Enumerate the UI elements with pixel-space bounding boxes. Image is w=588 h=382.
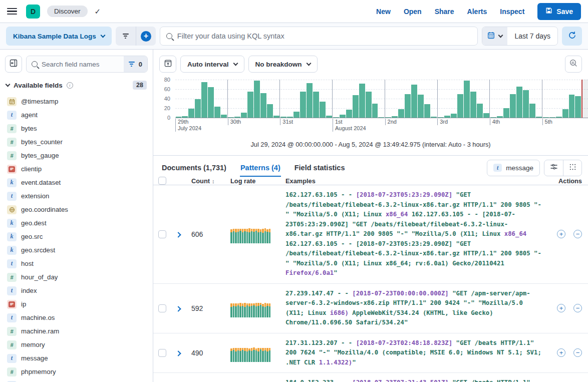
field-list-item[interactable]: t extension — [5, 189, 148, 203]
field-list-item[interactable]: IP ip — [5, 297, 148, 311]
expand-row-icon[interactable] — [175, 306, 181, 311]
keyword-token-icon: k — [7, 219, 17, 228]
pattern-row: 592 27.239.147.47 - - [2018-07-23T00:00:… — [153, 284, 588, 333]
field-name: bytes — [21, 125, 37, 132]
nav-new[interactable]: New — [376, 8, 391, 16]
fields-sidebar: 0 Available fields i 28 @timestamp t age… — [0, 50, 153, 382]
column-count[interactable]: Count↕ — [191, 177, 230, 185]
histogram-day-group — [542, 80, 581, 118]
refresh-button[interactable] — [562, 27, 582, 46]
quick-select-date-button[interactable] — [482, 27, 507, 45]
filter-out-icon[interactable]: − — [573, 230, 582, 238]
select-all-checkbox[interactable] — [158, 177, 166, 185]
field-list-item[interactable]: # memory — [5, 338, 148, 351]
histogram-chart[interactable]: 806040200 29thJuly 202430th31st1stAugust… — [153, 77, 588, 135]
dotted-expand-icon — [569, 163, 576, 173]
field-name: machine.os — [21, 314, 55, 321]
time-range-caption: Jul 29, 2024 @ 00:00:00.000 - Aug 5, 202… — [153, 135, 588, 155]
field-list-item[interactable]: k geo.src — [5, 230, 148, 243]
field-list-item[interactable]: t host — [5, 257, 148, 270]
field-list-item[interactable]: k geo.dest — [5, 216, 148, 230]
field-list-item[interactable]: # bytes_gauge — [5, 149, 148, 162]
x-axis-tick-label: 29thJuly 2024 — [175, 119, 201, 132]
collapse-sidebar-button[interactable] — [5, 56, 22, 73]
kql-search-input[interactable] — [177, 32, 472, 40]
tab-documents[interactable]: Documents (1,731) — [161, 159, 227, 177]
check-icon[interactable]: ✓ — [95, 7, 101, 16]
nav-alerts[interactable]: Alerts — [467, 8, 487, 16]
field-list-item[interactable]: k geo.srcdest — [5, 243, 148, 257]
y-axis-labels: 806040200 — [153, 77, 173, 117]
data-view-selector[interactable]: Kibana Sample Data Logs — [6, 27, 112, 46]
field-filter-button[interactable]: 0 — [124, 56, 147, 72]
filter-for-icon[interactable]: + — [557, 304, 565, 312]
field-list-item[interactable]: t index — [5, 284, 148, 297]
move-chart-button[interactable] — [159, 56, 176, 73]
available-fields-title: Available fields — [14, 82, 63, 89]
content-area: 0 Available fields i 28 @timestamp t age… — [0, 50, 588, 382]
filter-button-group: + — [116, 27, 156, 46]
chevron-down-icon — [6, 82, 11, 87]
search-icon — [32, 61, 38, 67]
time-range-button[interactable]: Last 7 days — [507, 27, 557, 45]
field-list-item[interactable]: # machine.ram — [5, 324, 148, 338]
filter-for-icon[interactable]: + — [557, 230, 565, 238]
breadcrumb[interactable]: Discover — [47, 6, 88, 17]
interval-dropdown[interactable]: Auto interval — [180, 56, 244, 73]
available-fields-header[interactable]: Available fields i 28 — [5, 80, 148, 95]
chart-zoom-button[interactable] — [565, 56, 582, 73]
text-token-icon: t — [7, 259, 17, 268]
filter-out-icon[interactable]: − — [573, 304, 582, 312]
text-token-icon: t — [7, 286, 17, 295]
x-axis-tick-label: 2nd — [385, 119, 397, 125]
nav-inspect[interactable]: Inspect — [500, 8, 524, 16]
filter-out-icon[interactable]: − — [573, 348, 582, 357]
row-checkbox[interactable] — [158, 230, 166, 238]
number-token-icon: # — [7, 273, 17, 282]
pattern-field-selector[interactable]: t message — [487, 160, 540, 176]
add-filter-button[interactable] — [116, 27, 136, 46]
display-options-button[interactable] — [544, 160, 563, 176]
field-search-input[interactable] — [42, 61, 119, 68]
expand-row-icon[interactable] — [175, 350, 181, 356]
tab-field-statistics[interactable]: Field statistics — [294, 159, 346, 177]
kql-search-box[interactable] — [160, 27, 478, 46]
histogram-day-group — [279, 80, 332, 118]
field-list-item[interactable]: t machine.os — [5, 311, 148, 324]
row-checkbox[interactable] — [158, 304, 166, 312]
project-logo[interactable]: D — [26, 5, 40, 19]
field-list-item[interactable]: @timestamp — [5, 95, 148, 108]
add-control-button[interactable]: + — [136, 27, 156, 46]
pattern-example: 27.239.147.47 - - [2018-07-23T00:00:00.0… — [285, 289, 549, 328]
field-list-item[interactable]: k event.dataset — [5, 176, 148, 189]
field-name: machine.ram — [21, 327, 59, 335]
expand-row-icon[interactable] — [175, 232, 181, 237]
filter-icon — [129, 62, 135, 67]
text-token-icon: t — [493, 164, 502, 172]
field-list-item[interactable]: # bytes_counter — [5, 135, 148, 149]
nav-open[interactable]: Open — [404, 8, 422, 16]
pattern-row: 490 217.31.123.207 - - [2018-07-23T02:48… — [153, 333, 588, 373]
save-button[interactable]: Save — [537, 3, 581, 20]
field-list-item[interactable]: t agent — [5, 108, 148, 122]
number-token-icon: # — [7, 124, 17, 133]
panel-arrow-up-icon — [164, 60, 172, 69]
field-list-item[interactable]: k referer — [5, 378, 148, 382]
row-checkbox[interactable] — [158, 349, 166, 357]
field-list-item[interactable]: IP clientip — [5, 162, 148, 176]
main-panel: Auto interval No breakdown 806040200 — [153, 50, 588, 382]
field-list-item[interactable]: # hour_of_day — [5, 270, 148, 284]
keyword-token-icon: k — [7, 178, 17, 187]
field-list-item[interactable]: t message — [5, 351, 148, 365]
fullscreen-button[interactable] — [563, 160, 581, 176]
field-filter-count: 0 — [139, 61, 142, 68]
field-list-item[interactable]: geo.coordinates — [5, 203, 148, 216]
breakdown-dropdown[interactable]: No breakdown — [248, 56, 318, 73]
filter-for-icon[interactable]: + — [557, 348, 565, 357]
magnify-chart-icon — [569, 59, 577, 69]
menu-hamburger-icon[interactable] — [7, 8, 17, 15]
field-list-item[interactable]: # phpmemory — [5, 365, 148, 378]
nav-share[interactable]: Share — [435, 8, 454, 16]
tab-patterns[interactable]: Patterns (4) — [240, 159, 281, 177]
field-list-item[interactable]: # bytes — [5, 122, 148, 135]
